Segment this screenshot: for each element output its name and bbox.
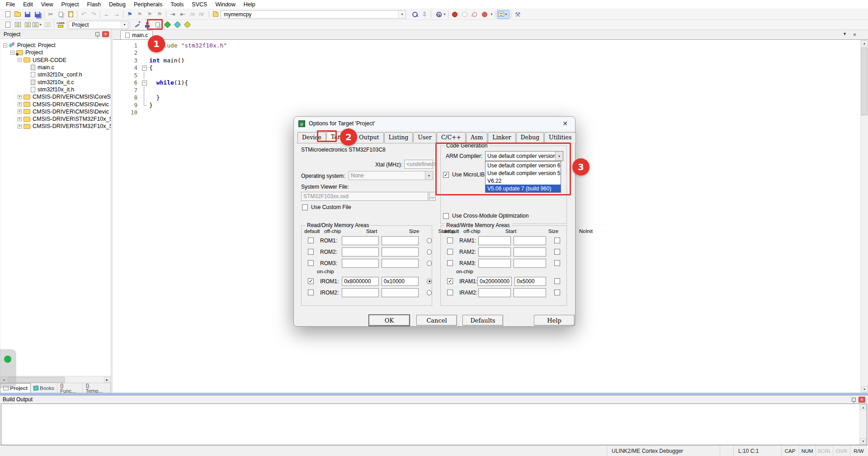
tab-c-c[interactable]: C/C++ — [437, 132, 466, 142]
ram3-start-input[interactable] — [478, 259, 511, 268]
irom2-default-checkbox[interactable] — [308, 290, 314, 295]
rom3-startup-radio[interactable] — [427, 261, 432, 266]
save-icon[interactable] — [23, 10, 33, 19]
irom2-startup-radio[interactable] — [427, 290, 432, 295]
help-button[interactable]: Help — [534, 315, 575, 326]
cut-icon[interactable]: ✂ — [46, 10, 56, 19]
ram2-start-input[interactable] — [478, 247, 511, 256]
tree-item[interactable]: −Project — [0, 49, 111, 56]
svf-input[interactable]: STM32F103xx.svd — [301, 192, 428, 201]
scroll-up-icon[interactable]: ▲ — [860, 404, 866, 410]
rom2-startup-radio[interactable] — [427, 249, 432, 255]
tree-item[interactable]: +CMSIS-DRIVER\CMSIS\Devic — [0, 100, 111, 108]
insert-breakpoint-icon[interactable] — [450, 10, 460, 19]
tree-item[interactable]: stm32f10x_conf.h — [0, 71, 111, 78]
cross-module-checkbox[interactable] — [443, 213, 449, 219]
rom1-startup-radio[interactable] — [427, 238, 432, 243]
bookmark-next-icon[interactable]: ⚑ — [145, 10, 155, 19]
new-file-icon[interactable] — [3, 10, 13, 19]
os-select[interactable]: None ▼ — [349, 171, 433, 180]
scrollbar-thumb[interactable] — [861, 48, 868, 115]
fold-marker[interactable] — [141, 94, 149, 102]
comment-icon[interactable]: /≡ — [188, 10, 198, 19]
irom1-size-input[interactable]: 0x10000 — [382, 277, 419, 286]
irom1-start-input[interactable]: 0x8000000 — [342, 277, 379, 286]
search-combo[interactable]: mymemcpy ▼ — [221, 10, 406, 19]
tree-expander[interactable]: + — [18, 124, 22, 128]
close-icon[interactable]: × — [859, 397, 865, 403]
tab-utilities[interactable]: Utilities — [544, 132, 576, 142]
rom3-size-input[interactable] — [382, 259, 419, 268]
assistant-overlay[interactable] — [0, 349, 16, 388]
tree-item[interactable]: +CMSIS-DRIVER\STM32F10x_S — [0, 123, 111, 130]
tree-item[interactable]: stm32f10x_it.c — [0, 78, 111, 86]
use-custom-file-checkbox[interactable] — [302, 204, 308, 210]
scroll-down-icon[interactable]: ▼ — [860, 438, 866, 444]
irom1-default-checkbox[interactable]: ✓ — [308, 278, 314, 284]
find-icon[interactable] — [410, 10, 420, 19]
close-icon[interactable]: × — [102, 31, 109, 37]
ok-button[interactable]: OK — [369, 315, 410, 326]
dialog-title-bar[interactable]: µ Options for Target 'Project' ✕ — [294, 117, 575, 130]
build-output-content[interactable]: ▲ ▼ — [1, 404, 867, 445]
menu-item-tools[interactable]: Tools — [166, 0, 188, 9]
unindent-icon[interactable]: ⇤ — [178, 10, 188, 19]
rom2-size-input[interactable] — [382, 247, 419, 256]
tab-debug[interactable]: Debug — [516, 132, 544, 142]
uncomment-icon[interactable]: /≢ — [198, 10, 208, 19]
tree-expander[interactable]: − — [3, 43, 7, 48]
chevron-down-icon[interactable]: ▼ — [121, 21, 128, 28]
kill-all-breakpoints-icon[interactable] — [480, 10, 490, 19]
redo-icon[interactable]: ↷ — [89, 10, 99, 19]
download-icon[interactable]: LOAD — [56, 21, 66, 29]
fold-marker[interactable] — [141, 101, 149, 109]
navigate-back-icon[interactable]: ← — [102, 10, 112, 19]
menu-item-view[interactable]: View — [37, 0, 57, 9]
pin-icon[interactable] — [852, 398, 856, 402]
tree-item[interactable]: stm32f10x_it.h — [0, 86, 111, 93]
undo-icon[interactable]: ↶ — [79, 10, 89, 19]
menu-item-edit[interactable]: Edit — [19, 0, 37, 9]
ram1-start-input[interactable] — [478, 236, 511, 245]
ram2-default-checkbox[interactable] — [447, 249, 453, 255]
scroll-right-icon[interactable]: ▶ — [104, 377, 110, 383]
close-document-icon[interactable]: × — [853, 32, 856, 38]
scroll-up-icon[interactable]: ▲ — [861, 40, 868, 46]
tree-item[interactable]: main.c — [0, 64, 111, 71]
ram1-noinit-checkbox[interactable] — [554, 238, 560, 243]
tree-expander[interactable]: − — [10, 51, 14, 55]
defaults-button[interactable]: Defaults — [462, 315, 503, 326]
rom2-start-input[interactable] — [342, 247, 379, 256]
tree-expander[interactable]: + — [18, 102, 22, 106]
select-software-packs-icon[interactable] — [172, 21, 182, 29]
iram2-noinit-checkbox[interactable] — [554, 290, 560, 295]
irom2-size-input[interactable] — [382, 288, 419, 297]
editor-vertical-scrollbar[interactable]: ▲ ▼ — [860, 40, 868, 393]
menu-item-flash[interactable]: Flash — [83, 0, 105, 9]
tab-asm[interactable]: Asm — [466, 132, 487, 142]
rom2-default-checkbox[interactable] — [308, 249, 314, 255]
chevron-down-icon[interactable]: ▼ — [398, 11, 406, 18]
tab-linker[interactable]: Linker — [488, 132, 515, 142]
menu-item-window[interactable]: Window — [211, 0, 239, 9]
document-list-icon[interactable]: ▼ — [843, 32, 847, 38]
iram1-default-checkbox[interactable]: ✓ — [447, 278, 453, 284]
tree-item[interactable]: −USER-CODE — [0, 57, 111, 64]
menu-item-debug[interactable]: Debug — [105, 0, 130, 9]
tree-item[interactable]: −Project: Project — [0, 42, 111, 49]
irom2-start-input[interactable] — [342, 288, 379, 297]
fold-marker[interactable] — [141, 79, 149, 87]
navigate-forward-icon[interactable]: → — [112, 10, 122, 19]
fold-marker[interactable] — [141, 86, 149, 94]
bookmark-prev-icon[interactable]: ⚑ — [135, 10, 145, 19]
open-file-icon[interactable] — [13, 10, 23, 19]
panel-tab-func[interactable]: {} Func... — [57, 383, 83, 393]
panel-tab-temp[interactable]: {}. Temp... — [83, 383, 111, 393]
svf-browse-button[interactable]: ... — [429, 192, 436, 201]
manage-rte-icon[interactable] — [162, 21, 172, 29]
tree-expander[interactable]: − — [18, 58, 22, 62]
menu-item-project[interactable]: Project — [57, 0, 83, 9]
rom3-default-checkbox[interactable] — [308, 260, 314, 266]
pack-installer-icon[interactable] — [182, 21, 192, 29]
target-select[interactable]: Project ▼ — [69, 21, 128, 29]
